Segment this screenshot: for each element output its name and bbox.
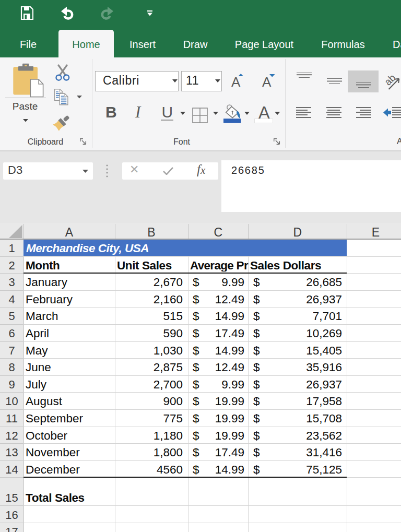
svg-text:ab: ab (382, 72, 398, 88)
